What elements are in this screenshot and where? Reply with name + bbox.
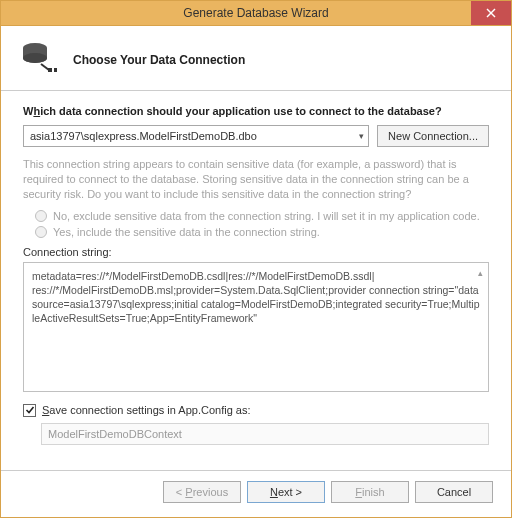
save-settings-label: Save connection settings in App.Config a… (42, 404, 251, 416)
radio-exclude-sensitive: No, exclude sensitive data from the conn… (35, 210, 489, 222)
connection-string-textarea[interactable]: ▴ metadata=res://*/ModelFirstDemoDB.csdl… (23, 262, 489, 392)
radio-include-sensitive: Yes, include the sensitive data in the c… (35, 226, 489, 238)
new-connection-button[interactable]: New Connection... (377, 125, 489, 147)
next-button[interactable]: Next > (247, 481, 325, 503)
cancel-button[interactable]: Cancel (415, 481, 493, 503)
previous-button: < Previous (163, 481, 241, 503)
context-name-value: ModelFirstDemoDBContext (48, 428, 182, 440)
page-heading: Choose Your Data Connection (73, 53, 245, 67)
svg-point-3 (23, 53, 47, 63)
close-button[interactable] (471, 1, 511, 25)
chevron-down-icon: ▾ (359, 131, 364, 141)
header: Choose Your Data Connection (1, 26, 511, 91)
connection-string-label: Connection string: (23, 246, 489, 258)
connection-dropdown[interactable]: asia13797\sqlexpress.ModelFirstDemoDB.db… (23, 125, 369, 147)
scroll-up-icon[interactable]: ▴ (474, 267, 486, 279)
svg-rect-5 (54, 68, 57, 72)
radio-exclude-label: No, exclude sensitive data from the conn… (53, 210, 480, 222)
connection-string-value: metadata=res://*/ModelFirstDemoDB.csdl|r… (32, 270, 482, 325)
sensitive-data-info: This connection string appears to contai… (23, 157, 489, 202)
footer: < Previous Next > Finish Cancel (1, 470, 511, 517)
finish-button: Finish (331, 481, 409, 503)
content: Which data connection should your applic… (1, 91, 511, 470)
dialog-body: Choose Your Data Connection Which data c… (0, 26, 512, 518)
radio-icon (35, 226, 47, 238)
prompt-label: Which data connection should your applic… (23, 105, 489, 117)
svg-rect-4 (48, 68, 52, 72)
connection-selected-value: asia13797\sqlexpress.ModelFirstDemoDB.db… (30, 130, 257, 142)
context-name-input[interactable]: ModelFirstDemoDBContext (41, 423, 489, 445)
titlebar: Generate Database Wizard (0, 0, 512, 26)
checkmark-icon (25, 405, 35, 415)
database-icon (19, 40, 59, 80)
window-title: Generate Database Wizard (1, 6, 511, 20)
save-settings-checkbox[interactable] (23, 404, 36, 417)
save-settings-checkbox-row: Save connection settings in App.Config a… (23, 404, 489, 417)
radio-icon (35, 210, 47, 222)
radio-include-label: Yes, include the sensitive data in the c… (53, 226, 320, 238)
close-icon (486, 8, 496, 18)
